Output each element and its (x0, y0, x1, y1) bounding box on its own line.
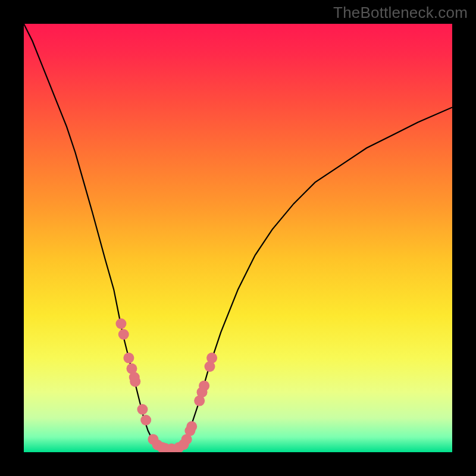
watermark-text: TheBottleneck.com (333, 4, 468, 22)
chart-frame: TheBottleneck.com (0, 0, 476, 476)
data-point (137, 404, 148, 415)
data-point (115, 318, 126, 329)
data-point (140, 415, 151, 425)
plot-area (24, 24, 452, 452)
data-point (123, 353, 134, 364)
chart-background (24, 24, 452, 452)
data-point (130, 376, 140, 387)
chart-svg (24, 24, 452, 452)
data-point (199, 380, 209, 391)
data-point (206, 353, 217, 364)
data-point (186, 421, 197, 432)
data-point (118, 329, 129, 340)
